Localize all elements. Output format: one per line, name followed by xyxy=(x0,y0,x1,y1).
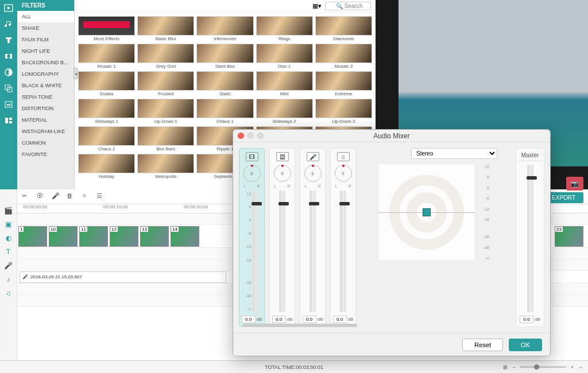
record-icon[interactable]: ⦿ xyxy=(37,192,46,201)
filter-item[interactable]: Holiday xyxy=(78,154,135,179)
sidebar-item[interactable]: COMMON xyxy=(17,137,74,149)
media-icon[interactable] xyxy=(3,3,14,13)
close-icon[interactable] xyxy=(238,133,244,139)
filter-item[interactable]: Metropolis xyxy=(137,154,194,179)
filter-item[interactable]: Rings xyxy=(256,16,313,41)
audio-clip[interactable]: 🎤 2018-03-29 21.15.03.907 xyxy=(20,271,226,283)
zoom-slider[interactable] xyxy=(520,366,566,368)
filter-track-icon[interactable]: ◐ xyxy=(6,234,11,242)
db-input[interactable] xyxy=(242,316,256,323)
timeline-clip[interactable]: 11 xyxy=(79,226,108,247)
filter-item[interactable]: Basic Blur xyxy=(137,16,194,41)
window-controls[interactable] xyxy=(238,133,264,139)
filter-item[interactable]: Interwoven xyxy=(196,16,253,41)
mic-track-icon[interactable]: 🎤 xyxy=(4,262,13,270)
filter-item[interactable]: Static xyxy=(196,71,253,96)
sidebar-item[interactable]: INSTAGRAM-LIKE xyxy=(17,126,74,137)
zoom-in-icon[interactable]: + xyxy=(571,364,574,370)
music-track-2-icon[interactable]: ♫ xyxy=(6,289,11,297)
sidebar-item[interactable]: BACKGROUND B... xyxy=(17,57,74,68)
filter-item[interactable]: Mild xyxy=(256,71,313,96)
filter-item[interactable]: Chaos 1 xyxy=(196,99,253,124)
filter-item[interactable]: Diamonds xyxy=(315,16,372,41)
filter-item[interactable]: Mosaic 1 xyxy=(78,44,135,69)
volume-fader[interactable] xyxy=(343,191,346,312)
channel-type-icon[interactable]: 🎞 xyxy=(246,152,258,161)
music-icon[interactable] xyxy=(3,19,14,29)
filter-item[interactable]: Sideways 1 xyxy=(78,99,135,124)
pan-knob[interactable]: 0 xyxy=(274,165,291,182)
transitions-icon[interactable] xyxy=(3,51,14,61)
snapshot-button[interactable]: 📷 xyxy=(566,177,583,191)
grid-view-icon[interactable]: ▦▾ xyxy=(312,2,322,10)
filter-item[interactable]: Blur Bars xyxy=(137,126,194,151)
filter-item[interactable]: Mosaic 2 xyxy=(315,44,372,69)
filter-item[interactable]: Slant Blur xyxy=(196,44,253,69)
pip-track-icon[interactable]: ▣ xyxy=(5,220,11,228)
split-screen-icon[interactable] xyxy=(3,115,14,126)
fit-width-icon[interactable]: ↔ xyxy=(578,364,583,370)
pan-knob[interactable]: 0 xyxy=(243,165,261,182)
pan-knob[interactable]: 0 xyxy=(335,165,352,182)
filter-item[interactable]: More Effects xyxy=(78,16,135,41)
sidebar-item[interactable]: BLACK & WHITE xyxy=(17,80,74,91)
timeline-clip[interactable]: 23 xyxy=(555,226,583,247)
surround-pad[interactable] xyxy=(378,164,475,261)
overlays-icon[interactable] xyxy=(3,83,14,94)
minimize-icon[interactable] xyxy=(247,133,254,139)
sidebar-item[interactable]: LOMOGRAPHY xyxy=(17,68,74,80)
channels-scrollbar[interactable] xyxy=(242,324,357,327)
channel-type-icon[interactable]: ♫ xyxy=(337,152,350,161)
timeline-clip[interactable]: 1 xyxy=(18,226,47,247)
volume-fader[interactable] xyxy=(256,191,258,312)
elements-icon[interactable] xyxy=(3,99,14,110)
timeline-clip[interactable]: 12 xyxy=(110,226,138,247)
master-db-input[interactable] xyxy=(520,316,533,323)
filter-item[interactable]: Extreme xyxy=(315,71,372,96)
search-input[interactable]: 🔍 Search xyxy=(325,2,371,10)
music-track-icon[interactable]: ♪ xyxy=(7,275,10,283)
filter-item[interactable]: Scales xyxy=(78,71,135,96)
filter-item[interactable]: Grey Grid xyxy=(137,44,194,69)
timeline-clip[interactable]: 14 xyxy=(171,226,199,247)
mode-select[interactable]: Stereo xyxy=(411,148,497,159)
maximize-icon[interactable] xyxy=(257,133,264,139)
channel-type-icon[interactable]: 🖼 xyxy=(276,152,289,161)
text-icon[interactable] xyxy=(3,35,14,45)
db-input[interactable] xyxy=(272,316,286,323)
delete-icon[interactable]: 🗑 xyxy=(67,192,76,201)
sidebar-collapse-handle[interactable]: ◂ xyxy=(74,68,78,79)
settings-icon[interactable]: ☰ xyxy=(96,192,106,201)
db-input[interactable] xyxy=(333,316,347,323)
ok-button[interactable]: OK xyxy=(509,339,542,351)
pan-knob[interactable]: 0 xyxy=(304,165,322,182)
filter-item[interactable]: Up-Down 1 xyxy=(137,99,194,124)
mixer-titlebar[interactable]: Audio Mixer xyxy=(233,130,550,142)
sidebar-item[interactable]: SEPIA TONE xyxy=(17,91,74,103)
filter-item[interactable]: Sideways 2 xyxy=(256,99,313,124)
timeline-clip[interactable]: 13 xyxy=(140,226,169,247)
fit-icon[interactable]: ⊞ xyxy=(503,364,508,370)
sidebar-item[interactable]: MATERIAL xyxy=(17,114,74,126)
video-track-icon[interactable]: 🎬 xyxy=(4,207,13,215)
volume-fader[interactable] xyxy=(313,191,316,312)
filter-item[interactable]: Up-Down 2 xyxy=(315,99,372,124)
sidebar-item[interactable]: SHAKE xyxy=(17,22,74,34)
master-fader[interactable] xyxy=(531,165,533,312)
sidebar-item[interactable]: FAVORITE xyxy=(17,149,74,160)
reset-button[interactable]: Reset xyxy=(462,339,503,351)
zoom-out-icon[interactable]: − xyxy=(512,364,515,370)
filter-item[interactable]: Chaos 2 xyxy=(78,126,135,151)
sidebar-item[interactable]: DISTORTION xyxy=(17,103,74,114)
sidebar-item[interactable]: ALL xyxy=(17,11,74,22)
channel-type-icon[interactable]: 🎤 xyxy=(307,152,319,161)
edit-tools-icon[interactable]: ✂ xyxy=(22,192,31,201)
sidebar-item[interactable]: NIGHT LIFE xyxy=(17,45,74,57)
filter-item[interactable]: Frosted xyxy=(137,71,194,96)
text-track-icon[interactable]: T xyxy=(6,248,10,256)
sidebar-item[interactable]: FAUX FILM xyxy=(17,34,74,45)
db-input[interactable] xyxy=(303,316,316,323)
volume-fader[interactable] xyxy=(283,191,285,312)
filter-item[interactable]: Disc 1 xyxy=(256,44,313,69)
filters-icon[interactable] xyxy=(3,67,14,77)
